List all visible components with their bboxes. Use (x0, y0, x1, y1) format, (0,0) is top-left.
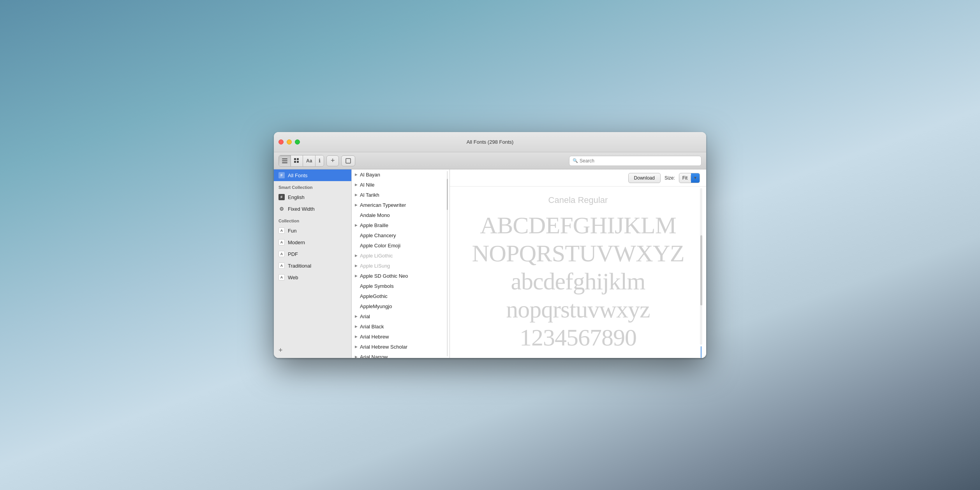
all-fonts-icon: F (278, 172, 285, 178)
svg-rect-0 (282, 159, 287, 159)
font-item-arial-hebrew[interactable]: ▶ Arial Hebrew (352, 331, 449, 342)
disclosure-icon: ▶ (355, 203, 358, 207)
web-icon: A (278, 274, 285, 280)
size-selector[interactable]: Fit ▼ (679, 173, 700, 183)
preview-scrollbar[interactable] (699, 187, 703, 358)
font-name: AppleGothic (360, 293, 388, 299)
size-dropdown-arrow[interactable]: ▼ (691, 173, 700, 183)
close-button[interactable] (278, 139, 284, 145)
font-item-american-typewriter[interactable]: ▶ American Typewriter (352, 200, 449, 210)
preview-panel: Download Size: Fit ▼ Canela Regular ABCD… (450, 169, 706, 358)
traditional-icon: A (278, 263, 285, 269)
disclosure-icon: ▶ (355, 335, 358, 338)
fixed-width-label: Fixed Width (288, 206, 315, 212)
preview-toolbar: Download Size: Fit ▼ (450, 169, 706, 187)
disclosure-icon: ▶ (355, 254, 358, 257)
sidebar-item-fun[interactable]: A Fun (274, 225, 351, 236)
view-toggle-group: Aa ℹ (278, 155, 324, 167)
font-item-apple-lisung[interactable]: ▶ Apple LiSung (352, 261, 449, 271)
grid-view-button[interactable] (291, 155, 303, 166)
preview-lowercase: abcdefghijklm (511, 269, 645, 293)
disclosure-icon: ▶ (355, 223, 358, 227)
font-item-arial-hebrew-scholar[interactable]: ▶ Arial Hebrew Scholar (352, 342, 449, 352)
add-button[interactable]: + (326, 155, 339, 166)
app-window: All Fonts (298 Fonts) Aa ℹ (274, 132, 706, 358)
maximize-button[interactable] (295, 139, 300, 145)
sidebar-item-modern[interactable]: A Modern (274, 236, 351, 248)
font-item-apple-color-emoji[interactable]: ▶ Apple Color Emoji (352, 240, 449, 250)
traffic-lights (278, 139, 300, 145)
font-item-applegothic[interactable]: ▶ AppleGothic (352, 291, 449, 301)
font-name: Al Nile (360, 182, 375, 188)
font-name: Arial Narrow (360, 354, 388, 358)
font-list-scrolltrack (447, 171, 448, 356)
sidebar-item-fixed-width[interactable]: ⚙ Fixed Width (274, 203, 351, 215)
collection-header: Collection (274, 215, 351, 225)
preview-lowercase2: nopqrstuvwxyz (506, 297, 650, 321)
fun-icon: A (278, 227, 285, 234)
font-name: Apple Chancery (360, 233, 396, 238)
disclosure-icon: ▶ (355, 274, 358, 278)
font-item-apple-ligothic[interactable]: ▶ Apple LiGothic (352, 250, 449, 261)
font-item-apple-symbols[interactable]: ▶ Apple Symbols (352, 281, 449, 291)
font-item-andale-mono[interactable]: ▶ Andale Mono (352, 210, 449, 220)
font-name: Andale Mono (360, 212, 390, 218)
font-list-scrollbar[interactable] (447, 169, 448, 358)
sidebar-item-web[interactable]: A Web (274, 271, 351, 283)
preview-font-name: Canela Regular (548, 195, 608, 205)
search-input[interactable] (580, 158, 698, 164)
disclosure-icon: ▶ (355, 264, 358, 268)
font-item-apple-chancery[interactable]: ▶ Apple Chancery (352, 230, 449, 240)
svg-rect-2 (282, 162, 287, 163)
font-list-panel: ▶ Al Bayan ▶ Al Nile ▶ Al Tarikh ▶ Ameri… (352, 169, 450, 358)
font-name: Apple LiGothic (360, 253, 393, 259)
sidebar-item-pdf[interactable]: A PDF (274, 248, 351, 260)
fixed-width-icon: ⚙ (278, 206, 285, 212)
sidebar-item-all-fonts[interactable]: F All Fonts (274, 169, 351, 181)
size-value: Fit (679, 175, 691, 181)
modern-label: Modern (288, 240, 305, 245)
font-item-arial[interactable]: ▶ Arial (352, 311, 449, 321)
disclosure-icon: ▶ (355, 314, 358, 318)
minimize-button[interactable] (287, 139, 292, 145)
svg-rect-3 (294, 158, 296, 160)
svg-rect-5 (294, 161, 296, 163)
sidebar-item-english[interactable]: F English (274, 191, 351, 203)
add-collection-button[interactable]: + (278, 346, 283, 354)
info-button[interactable]: ℹ (316, 155, 324, 166)
font-name: Apple SD Gothic Neo (360, 273, 408, 279)
font-item-applemyungjo[interactable]: ▶ AppleMyungjo (352, 301, 449, 311)
sample-view-button[interactable]: Aa (303, 155, 316, 166)
pdf-icon: A (278, 251, 285, 257)
font-item-al-tarikh[interactable]: ▶ Al Tarikh (352, 190, 449, 200)
font-name: Apple LiSung (360, 263, 390, 269)
preview-button[interactable] (341, 155, 355, 166)
svg-rect-4 (297, 158, 299, 160)
list-view-button[interactable] (279, 155, 291, 166)
font-item-al-nile[interactable]: ▶ Al Nile (352, 180, 449, 190)
font-item-apple-braille[interactable]: ▶ Apple Braille (352, 220, 449, 230)
smart-collection-header: Smart Collection (274, 181, 351, 191)
search-box[interactable]: 🔍 (569, 156, 702, 166)
font-item-apple-sd-gothic-neo[interactable]: ▶ Apple SD Gothic Neo (352, 271, 449, 281)
svg-rect-1 (282, 160, 287, 161)
scrollbar-position-line (701, 346, 702, 358)
web-label: Web (288, 275, 298, 280)
font-item-arial-black[interactable]: ▶ Arial Black (352, 321, 449, 331)
disclosure-icon: ▶ (355, 193, 358, 197)
font-name: Arial (360, 314, 370, 319)
toolbar: Aa ℹ + 🔍 (274, 152, 706, 169)
preview-uppercase: ABCDEFGHIJKLM (480, 213, 676, 237)
modern-icon: A (278, 239, 285, 245)
fun-label: Fun (288, 228, 296, 234)
font-item-arial-narrow[interactable]: ▶ Arial Narrow (352, 352, 449, 358)
download-button[interactable]: Download (628, 173, 661, 183)
font-name: Apple Symbols (360, 283, 394, 289)
sidebar-item-traditional[interactable]: A Traditional (274, 260, 351, 271)
font-item-al-bayan[interactable]: ▶ Al Bayan (352, 169, 449, 180)
svg-rect-7 (346, 159, 351, 163)
font-name: American Typewriter (360, 202, 406, 208)
scrollbar-thumb (700, 235, 702, 305)
font-name: Arial Hebrew (360, 334, 389, 340)
font-name: Al Tarikh (360, 192, 379, 198)
